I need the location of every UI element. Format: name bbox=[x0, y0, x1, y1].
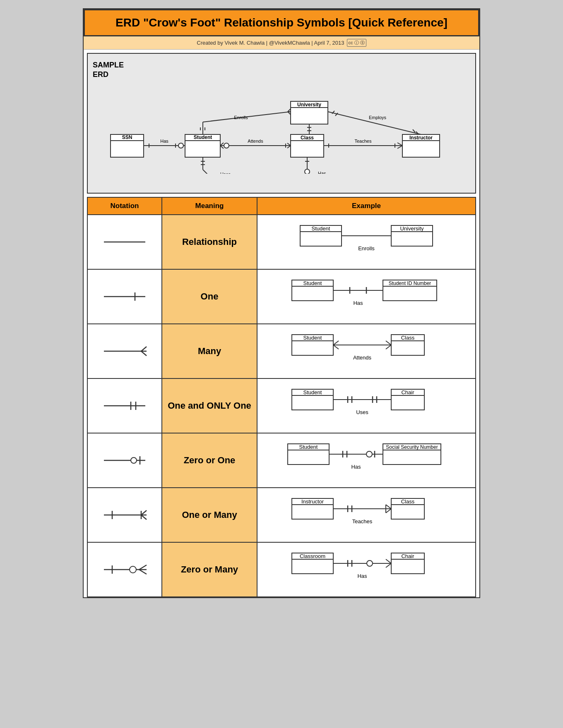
meaning-one-only: One and ONLY One bbox=[162, 379, 257, 433]
svg-line-178 bbox=[139, 565, 147, 570]
svg-text:Enrolls: Enrolls bbox=[234, 115, 248, 120]
example-many: Student Class Attends bbox=[257, 324, 475, 378]
svg-text:Student: Student bbox=[303, 389, 322, 395]
row-relationship: Relationship Student University Enrolls bbox=[87, 215, 476, 270]
svg-text:Uses: Uses bbox=[220, 172, 231, 174]
example-one: Student Student ID Number Has bbox=[257, 270, 475, 323]
meaning-many: Many bbox=[162, 324, 257, 378]
svg-text:Class: Class bbox=[301, 135, 314, 141]
svg-line-58 bbox=[220, 143, 224, 146]
svg-point-177 bbox=[130, 566, 136, 573]
svg-point-190 bbox=[367, 560, 373, 566]
header-notation: Notation bbox=[88, 198, 162, 214]
svg-line-192 bbox=[386, 563, 391, 568]
svg-text:Has: Has bbox=[353, 300, 363, 306]
header-meaning: Meaning bbox=[162, 198, 257, 214]
svg-text:Student: Student bbox=[312, 225, 330, 232]
svg-text:Teaches: Teaches bbox=[352, 518, 373, 524]
svg-line-179 bbox=[139, 570, 147, 574]
svg-text:Has: Has bbox=[357, 573, 367, 579]
svg-text:Has: Has bbox=[351, 464, 361, 470]
svg-text:Attends: Attends bbox=[248, 139, 263, 144]
svg-line-50 bbox=[203, 170, 213, 174]
row-one: One Student Student ID Number Has bbox=[87, 270, 476, 324]
svg-line-59 bbox=[220, 146, 224, 148]
svg-point-142 bbox=[131, 457, 137, 463]
row-one-many: One or Many Instructor Class Teaches bbox=[87, 488, 476, 543]
svg-text:University: University bbox=[400, 225, 424, 232]
svg-text:Social Security Number: Social Security Number bbox=[386, 444, 438, 450]
svg-text:Instructor: Instructor bbox=[301, 498, 324, 505]
svg-text:Attends: Attends bbox=[353, 354, 372, 361]
symbol-one-only bbox=[88, 379, 162, 433]
svg-point-73 bbox=[305, 169, 310, 174]
svg-line-122 bbox=[386, 341, 391, 345]
svg-text:Student: Student bbox=[303, 280, 322, 286]
svg-text:Uses: Uses bbox=[356, 409, 368, 415]
meaning-zero-one: Zero or One bbox=[162, 433, 257, 487]
example-relationship: Student University Enrolls bbox=[257, 215, 475, 269]
svg-line-67 bbox=[397, 143, 402, 146]
svg-line-28 bbox=[288, 109, 291, 112]
header-example: Example bbox=[257, 198, 475, 214]
svg-text:Student: Student bbox=[299, 444, 318, 450]
svg-line-120 bbox=[333, 345, 339, 349]
svg-line-68 bbox=[397, 146, 402, 148]
main-title: ERD "Crow's Foot" Relationship Symbols [… bbox=[84, 9, 479, 36]
cc-icons: cc ⓘ ⓢ bbox=[347, 39, 366, 47]
svg-text:SSN: SSN bbox=[122, 134, 132, 140]
notation-table-header: Notation Meaning Example bbox=[87, 197, 476, 215]
svg-line-119 bbox=[333, 341, 339, 345]
svg-line-109 bbox=[141, 347, 147, 351]
subtitle-text: Created by Vivek M. Chawla | @VivekMChaw… bbox=[197, 40, 344, 46]
page: ERD "Crow's Foot" Relationship Symbols [… bbox=[83, 8, 480, 598]
example-zero-one: Student Social Security Number Has bbox=[257, 433, 475, 487]
svg-line-123 bbox=[386, 345, 391, 349]
erd-diagram: SSN Student ID Student Chair University … bbox=[88, 54, 452, 174]
example-one-only: Student Chair Uses bbox=[257, 379, 475, 433]
svg-text:Class: Class bbox=[401, 498, 415, 505]
svg-line-172 bbox=[386, 509, 391, 513]
symbol-many bbox=[88, 324, 162, 378]
svg-text:Student: Student bbox=[194, 134, 212, 140]
example-one-many: Instructor Class Teaches bbox=[257, 488, 475, 542]
svg-point-153 bbox=[366, 451, 372, 457]
svg-text:Instructor: Instructor bbox=[409, 135, 433, 141]
row-zero-one: Zero or One Student Social Security Numb… bbox=[87, 433, 476, 488]
row-many: Many Student Class Attends bbox=[87, 324, 476, 379]
svg-text:Class: Class bbox=[401, 335, 415, 341]
meaning-relationship: Relationship bbox=[162, 215, 257, 269]
symbol-zero-one bbox=[88, 433, 162, 487]
svg-text:Enrolls: Enrolls bbox=[358, 245, 375, 251]
svg-line-191 bbox=[386, 559, 391, 563]
meaning-one-many: One or Many bbox=[162, 488, 257, 542]
symbol-zero-many bbox=[88, 543, 162, 596]
erd-sample-area: SAMPLEERD SSN Student ID Student Chair U… bbox=[87, 53, 476, 194]
svg-line-171 bbox=[386, 505, 391, 509]
svg-text:Chair: Chair bbox=[401, 389, 414, 395]
svg-point-60 bbox=[224, 143, 229, 148]
svg-point-40 bbox=[178, 143, 183, 148]
row-one-only: One and ONLY One Student Chair Uses bbox=[87, 379, 476, 433]
subtitle-bar: Created by Vivek M. Chawla | @VivekMChaw… bbox=[84, 36, 479, 50]
svg-text:Has: Has bbox=[160, 139, 168, 144]
row-zero-many: Zero or Many Classroom Chair Has bbox=[87, 543, 476, 597]
svg-text:Chair: Chair bbox=[401, 553, 414, 559]
symbol-one bbox=[88, 270, 162, 323]
svg-line-35 bbox=[413, 129, 415, 132]
svg-text:Has: Has bbox=[318, 171, 326, 174]
svg-text:Teaches: Teaches bbox=[355, 139, 372, 144]
svg-line-110 bbox=[141, 351, 147, 356]
svg-text:Student ID Number: Student ID Number bbox=[389, 280, 431, 286]
svg-line-158 bbox=[141, 510, 147, 515]
svg-line-159 bbox=[141, 515, 147, 520]
svg-text:Student: Student bbox=[303, 335, 322, 341]
meaning-zero-many: Zero or Many bbox=[162, 543, 257, 596]
symbol-one-many bbox=[88, 488, 162, 542]
example-zero-many: Classroom Chair Has bbox=[257, 543, 475, 596]
meaning-one: One bbox=[162, 270, 257, 323]
symbol-relationship bbox=[88, 215, 162, 269]
svg-text:Classroom: Classroom bbox=[300, 553, 325, 559]
svg-text:University: University bbox=[297, 102, 321, 108]
svg-text:Employs: Employs bbox=[369, 115, 387, 120]
